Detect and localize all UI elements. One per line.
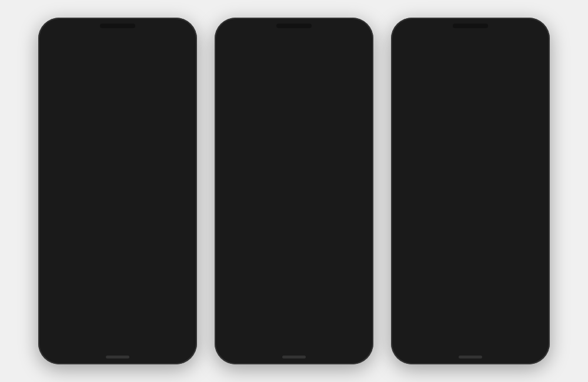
status-icons-3: ▲ ▲ ▉ [517,37,537,43]
more-link[interactable]: More [103,270,118,277]
svg-text:33: 33 [313,236,318,240]
wifi-icon: ▲ [164,37,170,43]
status-bar-1: 9:30 ▲ ▲ ▉ [44,34,191,46]
svg-text:Manikchak: Manikchak [309,215,332,220]
lock-time: 9:30 [397,69,544,108]
lock-date: Tue, Sep 1 ☁ 30°C [397,110,544,119]
chip-nagla[interactable]: Nagla [51,140,82,153]
flood-main-title: Major flooding in the Nagla area [51,162,184,170]
rise-amount: 40cm [71,195,144,217]
notif-icon-box: 🏠 [510,158,531,179]
nav-back-btn[interactable]: ‹ [64,337,66,348]
nav-recents-btn[interactable]: ▣ [163,337,172,348]
alert-text: Severe flood alert Patna district, Ganga [51,114,115,130]
posted-time: Posted 1 hour ago [44,280,191,292]
translate-hindi-sub[interactable]: हिंदी में परिणाम [155,98,184,105]
svg-text:Chanchol: Chanchol [306,136,326,141]
alert-subtitle: Patna district, Ganga [51,123,115,130]
svg-text:চাঁচল: চাঁচল [303,132,309,136]
rise-left: ↑ 40cm rise by tomorrow morning [58,195,144,225]
arrow-up-icon: ↑ [58,201,66,220]
alert-share-icon[interactable]: ↗ [176,116,184,128]
translate-hindi-title: नगला बाढ़ [155,91,184,98]
flood-card-source: Source: Central Water Commission [248,308,349,315]
svg-text:131A: 131A [340,195,349,199]
status-bar-2: 9:30 ▲ ▲ ▉ [220,34,368,46]
svg-text:Farakka: Farakka [323,256,340,262]
notif-chevron-icon[interactable]: ▾ [469,144,473,152]
search-button[interactable]: 🔍 [168,49,186,68]
phone-screen-2: 9:30 ▲ ▲ ▉ ← Search here [220,34,368,351]
tab-images[interactable]: IMAGES [73,72,101,87]
battery-icon: ▉ [179,37,184,43]
notif-header: G Google • 2h ▾ [410,142,531,153]
flood-card-header: ! Severe flood alert Sahibganj, Ganges P… [232,284,356,315]
status-time-1: 9:30 [51,36,64,43]
battery-icon-3: ▉ [532,37,537,43]
phone-2: 9:30 ▲ ▲ ▉ ← Search here [215,18,373,364]
wifi-icon-3: ▲ [517,37,523,43]
notif-text-area: FLOOD ALERT | बाढ़ की चेतावनी गंगा नदी क… [410,158,505,187]
wifi-icon-2: ▲ [340,37,346,43]
notification-card[interactable]: G Google • 2h ▾ FLOOD ALERT | बाढ़ की चे… [403,135,538,194]
status-bar-3: Carrier ▲ ▲ ▉ [397,34,544,46]
phone-3: Carrier ▲ ▲ ▉ 9:30 Tue, Sep 1 ☁ 30°C G G… [391,18,550,364]
phone-1: 9:30 ▲ ▲ ▉ nagla flood 🎤 🔍 ALL IMAGES MA… [38,18,197,364]
signal-icon-2: ▲ [348,37,354,43]
search-bar-container: nagla flood 🎤 🔍 [44,46,191,72]
phone-nav-1: ‹ ▣ [44,333,191,351]
notif-app-name: Google [424,143,448,152]
maps-search-placeholder[interactable]: Search here [248,56,356,65]
chip-bharpura[interactable]: Bharpura [85,140,127,153]
status-time-2: 9:30 [228,36,240,43]
flood-source[interactable]: From Central Water Commission [51,172,184,179]
flood-card-date: Posted 1 Sep at 20:11 GMT+5:30 [248,301,349,308]
signal-icon-3: ▲ [524,37,530,43]
notif-time: • 2h [454,144,465,151]
search-query-text: nagla flood [56,55,142,63]
notif-title: FLOOD ALERT | बाढ़ की चेतावनी [410,158,505,167]
mic-icon[interactable]: 🎤 [146,54,156,63]
tab-all[interactable]: ALL [49,72,64,87]
weather-icon: ☁ [477,110,485,119]
alert-title: Severe flood alert [51,114,115,123]
rise-card: ↑ 40cm rise by tomorrow morning 🌊 [51,188,184,232]
status-icons-2: ▲ ▲ ▉ [340,37,360,43]
search-magnifier-icon: 🔍 [172,54,182,63]
tab-news[interactable]: NEWS [141,72,163,87]
flood-card-info: Severe flood alert Sahibganj, Ganges Pos… [248,284,349,315]
chip-sabalpur[interactable]: Sabalpur [131,140,171,153]
maps-search-bar[interactable]: ← Search here [225,49,363,71]
result-subtitle: Results in English [51,98,98,105]
tab-videos[interactable]: VIDEOS [172,72,191,87]
translate-info: नगला बाढ़ हिंदी में परिणाम [155,91,184,105]
chip-purani[interactable]: Purani [175,140,191,153]
google-logo: G [410,142,420,153]
nav-home-indicator-2[interactable] [282,341,300,344]
alert-banner: Severe flood alert Patna district, Ganga… [44,109,191,135]
status-carrier: Carrier [404,36,425,43]
flood-building-icon: 🏠 [513,160,529,176]
nav-home-indicator[interactable] [106,341,123,344]
chip-row: Nagla Bharpura Sabalpur Purani [44,137,191,157]
tab-maps[interactable]: MAPS [111,72,132,87]
map-area[interactable]: Chanchol চাঁচল Sahibganj साहिबगंज Manikc… [220,75,368,351]
result-header-row: nagla flood Results in English नगला बाढ़… [44,88,191,107]
search-input-box[interactable]: nagla flood 🎤 [49,50,164,68]
wave-icon: 🌊 [156,200,177,220]
back-arrow-icon[interactable]: ← [232,54,243,66]
notif-body: FLOOD ALERT | बाढ़ की चेतावनी गंगा नदी क… [410,158,531,187]
notif-description: गंगा नदी के लिए गंभीर बाढ़ की स्थिति. स्… [410,169,505,187]
nav-back-btn-2[interactable]: ‹ [240,337,243,348]
signal-icon: ▲ [172,37,178,43]
svg-text:131A: 131A [328,151,337,155]
flood-description: By tomorrow morning, Ganga river is expe… [44,237,191,280]
svg-text:12: 12 [263,227,268,231]
flood-card-title: Severe flood alert [248,284,349,293]
svg-text:Sahibganj: Sahibganj [256,180,277,185]
status-icons-1: ▲ ▲ ▉ [164,37,184,43]
phone-screen-3: Carrier ▲ ▲ ▉ 9:30 Tue, Sep 1 ☁ 30°C G G… [397,34,544,351]
nav-recents-btn-2[interactable]: ▣ [339,337,348,348]
result-title: nagla flood [51,90,98,98]
lock-time-area: 9:30 Tue, Sep 1 ☁ 30°C [397,46,544,130]
